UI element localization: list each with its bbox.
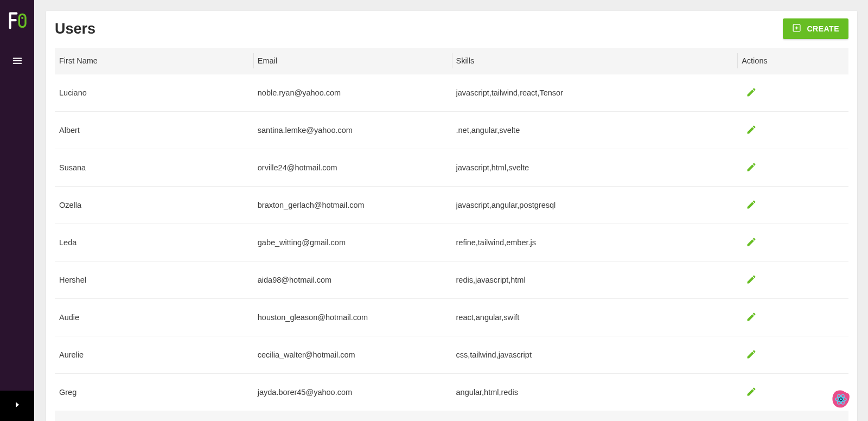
cell-email: gabe_witting@gmail.com [253, 224, 452, 261]
svg-rect-3 [12, 60, 22, 61]
edit-icon [746, 386, 757, 399]
cell-email: jayda.borer45@yahoo.com [253, 374, 452, 411]
cell-email: maribel_ankunding38@hotmail.com [253, 411, 452, 422]
cell-email: braxton_gerlach@hotmail.com [253, 187, 452, 224]
cell-skills: javascript,html,svelte [452, 149, 738, 187]
create-button-label: CREATE [807, 24, 839, 33]
cell-firstname: Hershel [55, 261, 253, 299]
edit-button[interactable] [742, 120, 761, 140]
chevron-right-icon [12, 400, 22, 412]
col-header-firstname[interactable]: First Name [55, 48, 253, 74]
cell-firstname: Greg [55, 374, 253, 411]
edit-button[interactable] [742, 308, 761, 327]
cell-firstname: Aurelie [55, 336, 253, 374]
svg-point-1 [21, 17, 23, 19]
table-row: Gregjayda.borer45@yahoo.comangular,html,… [55, 374, 848, 411]
cell-skills: javascript,tailwind,react,Tensor [452, 74, 738, 112]
edit-button[interactable] [742, 233, 761, 252]
col-header-email[interactable]: Email [253, 48, 452, 74]
svg-rect-2 [12, 58, 22, 59]
sidebar-expand[interactable] [0, 391, 34, 421]
cell-skills: javascript,angular,postgresql [452, 187, 738, 224]
cell-email: cecilia_walter@hotmail.com [253, 336, 452, 374]
edit-icon [746, 311, 757, 324]
plus-box-icon [792, 23, 801, 34]
cell-skills: react,angular,swift [452, 299, 738, 336]
edit-icon [746, 274, 757, 286]
cell-firstname: Albert [55, 112, 253, 149]
table-row: Susanaorville24@hotmail.comjavascript,ht… [55, 149, 848, 187]
content-card: Users CREATE First Name Email [46, 11, 857, 421]
edit-button[interactable] [742, 195, 761, 215]
cell-actions [737, 224, 848, 261]
cell-actions [737, 336, 848, 374]
table-row: Mackenziemaribel_ankunding38@hotmail.com… [55, 411, 848, 422]
create-button[interactable]: CREATE [783, 18, 848, 39]
cell-firstname: Susana [55, 149, 253, 187]
sidebar [0, 0, 34, 421]
cell-email: aida98@hotmail.com [253, 261, 452, 299]
react-query-devtool-icon[interactable] [829, 387, 853, 411]
app-logo [4, 8, 30, 34]
table-header-row: First Name Email Skills Actions [55, 48, 848, 74]
cell-skills: angular,html,redis [452, 374, 738, 411]
cell-email: santina.lemke@yahoo.com [253, 112, 452, 149]
table-row: Hershelaida98@hotmail.comredis,javascrip… [55, 261, 848, 299]
hamburger-icon[interactable] [7, 50, 28, 72]
edit-icon [746, 162, 757, 174]
table-row: Lucianonoble.ryan@yahoo.comjavascript,ta… [55, 74, 848, 112]
edit-icon [746, 124, 757, 137]
col-header-actions: Actions [737, 48, 848, 74]
cell-actions [737, 74, 848, 112]
cell-actions [737, 149, 848, 187]
cell-actions [737, 187, 848, 224]
edit-icon [746, 87, 757, 99]
cell-skills: redis,javascript,html [452, 261, 738, 299]
page-title: Users [55, 21, 95, 37]
edit-icon [746, 199, 757, 212]
table-row: Ledagabe_witting@gmail.comrefine,tailwin… [55, 224, 848, 261]
svg-point-10 [840, 398, 842, 400]
cell-firstname: Luciano [55, 74, 253, 112]
edit-button[interactable] [742, 382, 761, 402]
table-row: Aureliececilia_walter@hotmail.comcss,tai… [55, 336, 848, 374]
edit-icon [746, 237, 757, 249]
users-table: First Name Email Skills Actions Lucianon… [55, 48, 848, 421]
cell-skills: .net,angular,svelte [452, 112, 738, 149]
cell-firstname: Leda [55, 224, 253, 261]
cell-email: noble.ryan@yahoo.com [253, 74, 452, 112]
cell-actions [737, 261, 848, 299]
card-header: Users CREATE [46, 11, 857, 48]
col-header-skills[interactable]: Skills [452, 48, 738, 74]
svg-rect-4 [12, 63, 22, 64]
cell-skills: refine,postgresql,html [452, 411, 738, 422]
edit-button[interactable] [742, 83, 761, 103]
cell-email: houston_gleason@hotmail.com [253, 299, 452, 336]
table-row: Albertsantina.lemke@yahoo.com.net,angula… [55, 112, 848, 149]
cell-firstname: Ozella [55, 187, 253, 224]
edit-button[interactable] [742, 345, 761, 365]
table-row: Ozellabraxton_gerlach@hotmail.comjavascr… [55, 187, 848, 224]
cell-email: orville24@hotmail.com [253, 149, 452, 187]
cell-skills: css,tailwind,javascript [452, 336, 738, 374]
edit-button[interactable] [742, 158, 761, 177]
svg-rect-0 [19, 14, 25, 27]
cell-actions [737, 299, 848, 336]
table-row: Audiehouston_gleason@hotmail.comreact,an… [55, 299, 848, 336]
edit-button[interactable] [742, 270, 761, 290]
cell-skills: refine,tailwind,ember.js [452, 224, 738, 261]
main-content[interactable]: Users CREATE First Name Email [34, 0, 868, 421]
cell-actions [737, 411, 848, 422]
cell-firstname: Mackenzie [55, 411, 253, 422]
edit-icon [746, 349, 757, 361]
cell-firstname: Audie [55, 299, 253, 336]
cell-actions [737, 112, 848, 149]
